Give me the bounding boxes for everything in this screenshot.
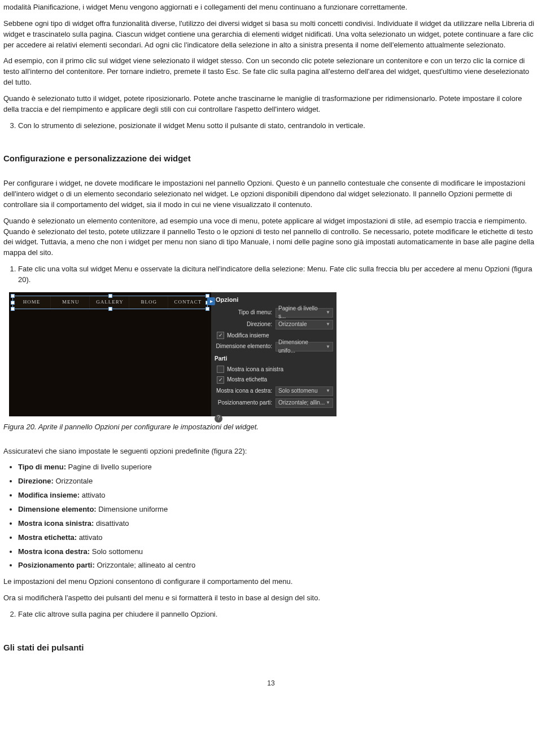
checkbox-modifica-insieme[interactable]: ✓ [217, 332, 224, 339]
select-value: Solo sottomenu [278, 387, 318, 395]
paragraph: Ad esempio, con il primo clic sul widget… [3, 56, 539, 88]
chevron-down-icon: ▼ [326, 399, 330, 406]
label-modifica-insieme: Modifica insieme [227, 332, 269, 340]
paragraph: Quando è selezionato tutto il widget, po… [3, 94, 539, 115]
select-posizionamento-parti[interactable]: Orizzontale; allin... ▼ [276, 398, 333, 408]
label-posizionamento-parti: Posizionamento parti: [215, 399, 276, 407]
paragraph: Le impostazioni del menu Opzioni consent… [3, 577, 539, 587]
checkbox-mostra-etichetta[interactable]: ✓ [217, 376, 224, 384]
options-arrow-icon[interactable]: ▸ [207, 297, 215, 305]
section-parti: Parti [215, 355, 333, 363]
page-number: 13 [3, 679, 539, 688]
select-icona-destra[interactable]: Solo sottomenu ▼ [276, 386, 333, 396]
chevron-down-icon: ▼ [326, 321, 330, 328]
list-item: Tipo di menu: Pagine di livello superior… [18, 462, 539, 473]
help-icon[interactable]: ? [215, 415, 222, 423]
chevron-down-icon: ▼ [326, 388, 330, 394]
chevron-down-icon: ▼ [326, 309, 330, 316]
menu-tab-menu[interactable]: MENU [52, 296, 90, 309]
heading-config: Configurazione e personalizzazione dei w… [3, 152, 539, 165]
menu-tab-contact[interactable]: CONTACT [169, 296, 207, 309]
resize-handle[interactable] [108, 307, 112, 311]
menu-widget[interactable]: HOME MENU GALLERY BLOG CONTACT ▸ [12, 296, 208, 309]
label-tipo-menu: Tipo di menu: [215, 309, 276, 317]
resize-handle[interactable] [206, 307, 209, 311]
select-direzione[interactable]: Orizzontale ▼ [276, 320, 333, 329]
paragraph: Per configurare i widget, ne dovete modi… [3, 178, 539, 210]
figure-canvas: HOME MENU GALLERY BLOG CONTACT ▸ [9, 292, 211, 416]
list-item: Mostra etichetta: attivato [18, 533, 539, 543]
resize-handle[interactable] [11, 307, 15, 311]
menu-tab-home[interactable]: HOME [13, 296, 51, 309]
resize-handle[interactable] [11, 294, 15, 298]
list-item: Mostra icona sinistra: disattivato [18, 518, 539, 529]
select-value: Orizzontale [278, 320, 307, 329]
label-mostra-etichetta: Mostra etichetta [227, 376, 267, 384]
list-item: Mostra icona destra: Solo sottomenu [18, 547, 539, 557]
select-value: Orizzontale; allin... [278, 399, 325, 407]
options-list: Tipo di menu: Pagine di livello superior… [3, 462, 539, 571]
paragraph: Sebbene ogni tipo di widget offra funzio… [3, 19, 539, 51]
list-item: Dimensione elemento: Dimensione uniforme [18, 504, 539, 515]
step-2: Fate clic altrove sulla pagina per chiud… [18, 609, 539, 620]
step-3: Con lo strumento di selezione, posiziona… [18, 121, 539, 131]
label-direzione: Direzione: [215, 320, 276, 329]
label-dimensione-elemento: Dimensione elemento: [215, 342, 276, 351]
menu-tab-blog[interactable]: BLOG [130, 296, 168, 309]
options-panel: Opzioni Tipo di menu: Pagine di livello … [211, 292, 336, 416]
figure-20: HOME MENU GALLERY BLOG CONTACT ▸ Opzioni… [9, 292, 336, 416]
label-icona-destra: Mostra icona a destra: [215, 387, 276, 395]
select-tipo-menu[interactable]: Pagine di livello s... ▼ [276, 308, 333, 318]
paragraph: Assicuratevi che siano impostate le segu… [3, 446, 539, 457]
select-value: Dimensione unifo... [278, 339, 326, 355]
paragraph: Quando è selezionato un elemento conteni… [3, 216, 539, 258]
checkbox-icona-sinistra[interactable] [217, 366, 224, 373]
resize-handle[interactable] [108, 294, 112, 298]
heading-stati-pulsanti: Gli stati dei pulsanti [3, 641, 539, 654]
resize-handle[interactable] [11, 301, 15, 305]
step-1: Fate clic una volta sul widget Menu e os… [18, 264, 539, 285]
list-item: Modifica insieme: attivato [18, 490, 539, 501]
select-value: Pagine di livello s... [278, 305, 326, 321]
chevron-down-icon: ▼ [326, 344, 330, 350]
select-dimensione-elemento[interactable]: Dimensione unifo... ▼ [276, 342, 333, 351]
list-item: Direzione: Orizzontale [18, 476, 539, 487]
paragraph: Ora si modificherà l'aspetto dei pulsant… [3, 593, 539, 604]
paragraph: modalità Pianificazione, i widget Menu v… [3, 2, 539, 13]
list-item: Posizionamento parti: Orizzontale; allin… [18, 560, 539, 571]
label-icona-sinistra: Mostra icona a sinistra [227, 366, 283, 374]
figure-caption: Figura 20. Aprite il pannello Opzioni pe… [3, 422, 539, 433]
